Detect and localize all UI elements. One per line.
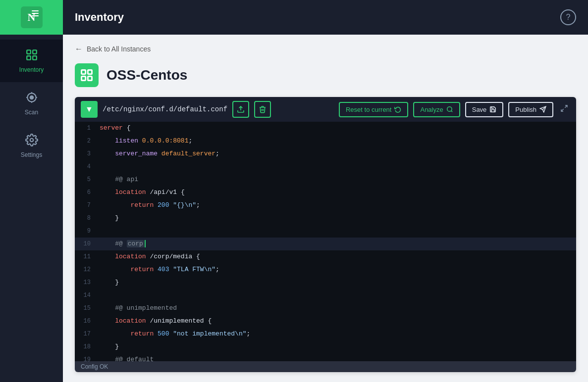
code-line: 5 #@ api — [75, 173, 576, 186]
sidebar-item-scan-label: Scan — [25, 109, 38, 116]
hamburger-icon — [32, 10, 39, 16]
scan-icon — [25, 91, 38, 106]
code-line: 6 location /api/v1 { — [75, 186, 576, 199]
status-text: Config OK — [81, 363, 108, 370]
code-line: 7 return 200 "{}\n"; — [75, 199, 576, 212]
code-line: 11 location /corp/media { — [75, 250, 576, 263]
back-link[interactable]: ← Back to All Instances — [75, 45, 576, 53]
editor-container: ▼ /etc/nginx/conf.d/default.conf — [75, 97, 576, 372]
expand-button[interactable] — [558, 102, 570, 117]
svg-point-10 — [30, 139, 33, 142]
code-line: 17 return 500 "not implemented\n"; — [75, 328, 576, 340]
svg-line-20 — [565, 105, 567, 108]
publish-label: Publish — [515, 106, 536, 113]
svg-rect-11 — [82, 70, 86, 74]
sidebar-item-settings[interactable]: Settings — [0, 125, 63, 167]
svg-line-17 — [451, 111, 452, 112]
sidebar: N Inventory — [0, 0, 63, 382]
status-bar: Config OK — [75, 361, 576, 372]
logo-icon: N — [21, 6, 43, 28]
code-line: 16 location /unimplemented { — [75, 315, 576, 328]
svg-rect-13 — [82, 76, 86, 80]
svg-rect-12 — [88, 70, 92, 74]
save-label: Save — [472, 106, 487, 113]
file-path: /etc/nginx/conf.d/default.conf — [103, 105, 227, 113]
back-link-label: Back to All Instances — [87, 45, 151, 53]
inventory-icon — [25, 48, 38, 63]
code-line: 10 #@ corp — [75, 238, 576, 250]
sidebar-item-scan[interactable]: Scan — [0, 82, 63, 125]
settings-icon — [25, 134, 38, 148]
delete-button[interactable] — [254, 101, 271, 118]
dropdown-button[interactable]: ▼ — [81, 101, 98, 118]
sidebar-item-settings-label: Settings — [21, 151, 42, 158]
reset-button[interactable]: Reset to current — [339, 102, 409, 117]
code-line: 13 } — [75, 276, 576, 289]
svg-point-16 — [447, 107, 451, 111]
svg-rect-14 — [88, 76, 92, 80]
code-line: 9 — [75, 225, 576, 238]
help-button[interactable]: ? — [560, 9, 576, 25]
instance-icon — [75, 63, 99, 87]
instance-header: OSS-Centos — [75, 63, 576, 87]
reset-label: Reset to current — [346, 106, 392, 113]
instance-name: OSS-Centos — [107, 67, 187, 83]
code-line: 14 — [75, 289, 576, 302]
code-line: 2 listen 0.0.0.0:8081; — [75, 135, 576, 147]
header: Inventory ? — [63, 0, 588, 35]
sidebar-item-inventory[interactable]: Inventory — [0, 40, 63, 82]
code-line: 3 server_name default_server; — [75, 147, 576, 160]
analyze-button[interactable]: Analyze — [413, 102, 460, 117]
svg-rect-2 — [27, 56, 31, 60]
sidebar-item-inventory-label: Inventory — [19, 66, 44, 73]
logo[interactable]: N — [0, 0, 63, 35]
svg-rect-3 — [33, 56, 37, 60]
editor-toolbar: ▼ /etc/nginx/conf.d/default.conf — [75, 97, 576, 122]
code-line: 1 server { — [75, 122, 576, 135]
content-area: ← Back to All Instances OSS-Centos ▼ /et… — [63, 35, 588, 382]
code-line: 18 } — [75, 340, 576, 353]
svg-line-21 — [561, 109, 564, 111]
header-title: Inventory — [75, 11, 124, 24]
svg-point-9 — [30, 96, 33, 99]
svg-rect-0 — [27, 50, 31, 54]
code-line: 15 #@ unimplemented — [75, 302, 576, 315]
code-editor[interactable]: 1 server { 2 listen 0.0.0.0:8081; 3 serv… — [75, 122, 576, 361]
svg-rect-1 — [33, 50, 37, 54]
code-line: 8 } — [75, 212, 576, 225]
save-button[interactable]: Save — [465, 102, 504, 117]
main-content: Inventory ? ← Back to All Instances OSS-… — [63, 0, 588, 382]
code-line: 19 #@ default — [75, 353, 576, 361]
code-line: 12 return 403 "TLA FTW\n"; — [75, 263, 576, 276]
publish-button[interactable]: Publish — [508, 102, 553, 117]
code-line: 4 — [75, 160, 576, 173]
upload-button[interactable] — [232, 101, 249, 118]
back-arrow-icon: ← — [75, 45, 83, 53]
analyze-label: Analyze — [420, 106, 443, 113]
sidebar-nav: Inventory Scan — [0, 35, 63, 382]
